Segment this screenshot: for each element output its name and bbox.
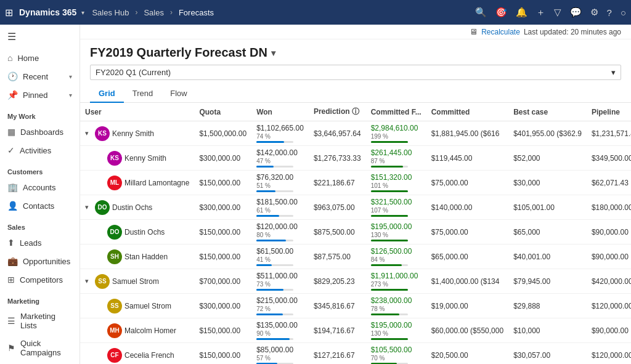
table-row[interactable]: KS Kenny Smith $300,000.00 $142,000.00 4… — [80, 146, 631, 171]
cell-pipeline: $62,071.43 — [587, 171, 631, 195]
table-row[interactable]: MH Malcolm Homer $150,000.00 $135,000.00… — [80, 318, 631, 343]
table-row[interactable]: ML Millard Lamontagne $150,000.00 $76,32… — [80, 171, 631, 195]
cell-won: $1,102,665.00 74 % — [251, 121, 309, 146]
sidebar-label-quick-campaigns: Quick Campaigns — [20, 339, 72, 357]
table-row[interactable]: ▾ KS Kenny Smith $1,500,000.00 $1,102,66… — [80, 121, 631, 146]
expand-icon[interactable]: ▾ — [85, 203, 92, 211]
table-row[interactable]: SS Samuel Strom $300,000.00 $215,000.00 … — [80, 294, 631, 318]
sidebar-item-dashboards[interactable]: ▦ Dashboards — [0, 123, 79, 141]
table-row[interactable]: ▾ SS Samuel Strom $700,000.00 $511,000.0… — [80, 269, 631, 294]
brand-name: Dynamics 365 — [19, 7, 76, 17]
cell-committed: $1,400,000.00 ($134 — [426, 269, 508, 294]
sidebar-item-quick-campaigns[interactable]: ⚑ Quick Campaigns — [0, 334, 79, 362]
col-pipeline: Pipeline — [587, 103, 631, 121]
nav-section-label[interactable]: Sales Hub — [92, 8, 129, 17]
app-grid-icon[interactable]: ⊞ — [5, 7, 13, 18]
cell-won: $142,000.00 47 % — [251, 146, 309, 171]
last-updated-text: Last updated: 20 minutes ago — [524, 28, 621, 36]
user-name: Cecelia French — [124, 351, 174, 360]
sidebar-item-accounts[interactable]: 🏢 Accounts — [0, 178, 79, 196]
activities-icon: ✓ — [7, 145, 15, 155]
sidebar-item-pinned[interactable]: 📌 Pinned ▾ — [0, 86, 79, 104]
cell-committed-f: $321,500.00 107 % — [366, 195, 426, 220]
sidebar-label-pinned: Pinned — [23, 91, 47, 100]
cell-committed-f: $151,320.00 101 % — [366, 171, 426, 195]
leads-icon: ⬆ — [7, 238, 15, 248]
col-best-case: Best case — [508, 103, 587, 121]
search-icon[interactable]: 🔍 — [475, 7, 487, 18]
cell-best-case: $29,888 — [508, 294, 587, 318]
cell-committed: $75,000.00 — [426, 220, 508, 245]
cell-best-case: $30,000 — [508, 171, 587, 195]
period-selector-chevron-icon: ▾ — [611, 68, 616, 77]
sidebar-item-competitors[interactable]: ⊞ Competitors — [0, 270, 79, 289]
sidebar-item-contacts[interactable]: 👤 Contacts — [0, 196, 79, 215]
section-header-marketing: Marketing — [0, 291, 79, 307]
col-prediction: Prediction ⓘ — [309, 103, 366, 121]
avatar: KS — [107, 151, 122, 166]
sidebar-item-recent[interactable]: 🕐 Recent ▾ — [0, 67, 79, 86]
sidebar-hamburger-icon[interactable]: ☰ — [0, 25, 79, 49]
filter-icon[interactable]: ▽ — [554, 7, 561, 18]
cell-pipeline: $349,500.00 — [587, 146, 631, 171]
cell-best-case: $79,945.00 — [508, 269, 587, 294]
user-name: Kenny Smith — [112, 129, 154, 138]
recalculate-link[interactable]: Recalculate — [481, 28, 520, 36]
cell-prediction: $345,816.67 — [309, 294, 366, 318]
sidebar-item-activities[interactable]: ✓ Activities — [0, 141, 79, 160]
user-icon[interactable]: ○ — [621, 7, 626, 18]
expand-icon[interactable]: ▾ — [85, 277, 92, 285]
cell-user: MH Malcolm Homer — [80, 318, 194, 343]
user-name: Samuel Strom — [124, 302, 171, 310]
add-icon[interactable]: ＋ — [536, 7, 545, 18]
cell-pipeline: $90,000.00 — [587, 318, 631, 343]
tab-grid[interactable]: Grid — [90, 85, 124, 103]
target-icon[interactable]: 🎯 — [495, 7, 507, 18]
sidebar-item-leads[interactable]: ⬆ Leads — [0, 233, 79, 252]
cell-committed-f: $1,911,000.00 273 % — [366, 269, 426, 294]
chat-icon[interactable]: 💬 — [570, 7, 582, 18]
table-header-row: User Quota Won Prediction ⓘ Committed F.… — [80, 103, 631, 121]
tab-flow[interactable]: Flow — [161, 85, 195, 103]
sidebar-label-recent: Recent — [23, 72, 48, 81]
cell-won: $181,500.00 61 % — [251, 195, 309, 220]
table-row[interactable]: CF Cecelia French $150,000.00 $85,000.00… — [80, 343, 631, 365]
forecast-table-container: User Quota Won Prediction ⓘ Committed F.… — [80, 103, 631, 364]
recalc-bar: 🖥 Recalculate Last updated: 20 minutes a… — [80, 25, 631, 39]
cell-best-case: $40,001.00 — [508, 245, 587, 269]
settings-icon[interactable]: ⚙ — [590, 7, 598, 18]
cell-best-case: $65,000 — [508, 220, 587, 245]
period-selector-value: FY2020 Q1 (Current) — [96, 68, 171, 77]
tab-trend[interactable]: Trend — [124, 85, 161, 103]
cell-committed-f: $238,000.00 78 % — [366, 294, 426, 318]
forecast-table: User Quota Won Prediction ⓘ Committed F.… — [80, 103, 631, 364]
period-selector[interactable]: FY2020 Q1 (Current) ▾ — [90, 65, 621, 80]
expand-icon[interactable]: ▾ — [85, 129, 92, 137]
cell-committed: $60,000.00 ($550,000 — [426, 318, 508, 343]
cell-committed: $19,000.00 — [426, 294, 508, 318]
cell-quota: $150,000.00 — [194, 171, 251, 195]
table-row[interactable]: DO Dustin Ochs $150,000.00 $120,000.00 8… — [80, 220, 631, 245]
sidebar-item-home[interactable]: ⌂ Home — [0, 49, 79, 67]
cell-committed: $119,445.00 — [426, 146, 508, 171]
table-row[interactable]: ▾ DO Dustin Ochs $300,000.00 $181,500.00… — [80, 195, 631, 220]
avatar: KS — [95, 126, 110, 141]
cell-committed-f: $195,000.00 130 % — [366, 318, 426, 343]
title-dropdown-icon[interactable]: ▾ — [271, 48, 275, 58]
cell-prediction: $87,575.00 — [309, 245, 366, 269]
avatar: SS — [107, 299, 122, 313]
cell-quota: $150,000.00 — [194, 245, 251, 269]
sidebar-label-marketing-lists: Marketing Lists — [20, 312, 72, 330]
breadcrumb-sales[interactable]: Sales — [144, 8, 164, 17]
avatar: MH — [107, 323, 122, 338]
bell-icon[interactable]: 🔔 — [516, 7, 527, 18]
cell-committed-f: $261,445.00 87 % — [366, 146, 426, 171]
cell-prediction: $3,646,957.64 — [309, 121, 366, 146]
help-icon[interactable]: ? — [607, 7, 612, 18]
sidebar-item-opportunities[interactable]: 💼 Opportunities — [0, 252, 79, 270]
cell-won: $120,000.00 80 % — [251, 220, 309, 245]
nav-icons: 🔍 🎯 🔔 ＋ ▽ 💬 ⚙ ? ○ — [475, 7, 626, 18]
sidebar-item-marketing-lists[interactable]: ☰ Marketing Lists — [0, 307, 79, 334]
breadcrumb-current: Forecasts — [179, 8, 214, 17]
table-row[interactable]: SH Stan Hadden $150,000.00 $61,500.00 41… — [80, 245, 631, 269]
